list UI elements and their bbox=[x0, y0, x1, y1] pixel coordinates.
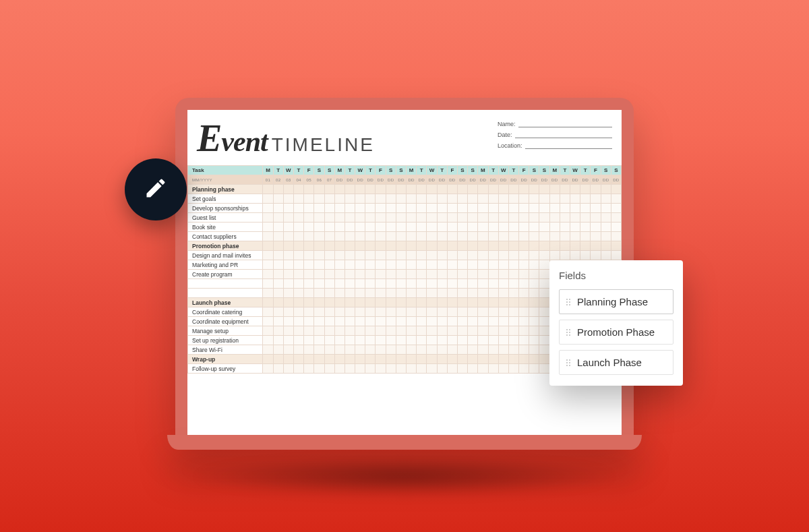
day-cell[interactable] bbox=[273, 213, 283, 223]
day-cell[interactable] bbox=[508, 213, 518, 223]
day-cell[interactable] bbox=[478, 260, 488, 270]
day-cell[interactable] bbox=[498, 279, 508, 289]
day-cell[interactable] bbox=[365, 241, 376, 251]
day-cell[interactable] bbox=[447, 232, 457, 241]
day-cell[interactable] bbox=[478, 204, 488, 213]
day-cell[interactable] bbox=[539, 204, 549, 213]
day-cell[interactable] bbox=[417, 232, 427, 241]
day-cell[interactable] bbox=[273, 223, 283, 232]
day-cell[interactable] bbox=[519, 355, 529, 364]
day-cell[interactable] bbox=[488, 213, 498, 223]
day-cell[interactable] bbox=[314, 336, 324, 345]
day-cell[interactable] bbox=[611, 185, 621, 194]
day-cell[interactable] bbox=[437, 213, 447, 223]
drag-handle-icon[interactable] bbox=[566, 299, 570, 305]
day-cell[interactable] bbox=[355, 307, 365, 317]
day-cell[interactable] bbox=[263, 289, 273, 298]
day-cell[interactable] bbox=[488, 355, 498, 364]
day-cell[interactable] bbox=[293, 298, 303, 307]
day-cell[interactable] bbox=[570, 223, 580, 232]
day-cell[interactable] bbox=[417, 326, 427, 336]
day-cell[interactable] bbox=[263, 326, 273, 336]
day-cell[interactable] bbox=[407, 317, 417, 326]
day-cell[interactable] bbox=[457, 298, 467, 307]
day-cell[interactable] bbox=[437, 223, 447, 232]
day-cell[interactable] bbox=[314, 317, 324, 326]
day-cell[interactable] bbox=[519, 251, 529, 260]
day-cell[interactable] bbox=[376, 355, 386, 364]
day-cell[interactable] bbox=[447, 336, 457, 345]
day-cell[interactable] bbox=[365, 223, 376, 232]
day-cell[interactable] bbox=[539, 336, 549, 345]
day-cell[interactable] bbox=[498, 345, 508, 355]
day-cell[interactable] bbox=[529, 232, 539, 241]
day-cell[interactable] bbox=[447, 185, 457, 194]
day-cell[interactable] bbox=[355, 355, 365, 364]
day-cell[interactable] bbox=[478, 298, 488, 307]
day-cell[interactable] bbox=[324, 298, 334, 307]
day-cell[interactable] bbox=[611, 194, 621, 204]
day-cell[interactable] bbox=[508, 223, 518, 232]
day-cell[interactable] bbox=[457, 279, 467, 289]
day-cell[interactable] bbox=[591, 223, 601, 232]
day-cell[interactable] bbox=[304, 317, 314, 326]
day-cell[interactable] bbox=[263, 194, 273, 204]
day-cell[interactable] bbox=[314, 241, 324, 251]
day-cell[interactable] bbox=[478, 326, 488, 336]
day-cell[interactable] bbox=[417, 336, 427, 345]
day-cell[interactable] bbox=[344, 241, 355, 251]
day-cell[interactable] bbox=[386, 185, 396, 194]
day-cell[interactable] bbox=[396, 279, 406, 289]
day-cell[interactable] bbox=[529, 223, 539, 232]
day-cell[interactable] bbox=[529, 307, 539, 317]
day-cell[interactable] bbox=[468, 223, 478, 232]
day-cell[interactable] bbox=[314, 345, 324, 355]
day-cell[interactable] bbox=[273, 241, 283, 251]
day-cell[interactable] bbox=[601, 204, 611, 213]
day-cell[interactable] bbox=[427, 241, 437, 251]
day-cell[interactable] bbox=[457, 232, 467, 241]
day-cell[interactable] bbox=[273, 317, 283, 326]
day-cell[interactable] bbox=[283, 307, 293, 317]
day-cell[interactable] bbox=[293, 355, 303, 364]
day-cell[interactable] bbox=[344, 326, 355, 336]
day-cell[interactable] bbox=[293, 232, 303, 241]
day-cell[interactable] bbox=[580, 204, 591, 213]
day-cell[interactable] bbox=[427, 298, 437, 307]
day-cell[interactable] bbox=[498, 204, 508, 213]
day-cell[interactable] bbox=[376, 251, 386, 260]
day-cell[interactable] bbox=[344, 232, 355, 241]
day-cell[interactable] bbox=[324, 232, 334, 241]
day-cell[interactable] bbox=[457, 355, 467, 364]
day-cell[interactable] bbox=[508, 298, 518, 307]
day-cell[interactable] bbox=[417, 364, 427, 374]
day-cell[interactable] bbox=[334, 326, 344, 336]
day-cell[interactable] bbox=[283, 213, 293, 223]
day-cell[interactable] bbox=[560, 204, 570, 213]
day-cell[interactable] bbox=[283, 317, 293, 326]
day-cell[interactable] bbox=[396, 298, 406, 307]
day-cell[interactable] bbox=[560, 251, 570, 260]
day-cell[interactable] bbox=[529, 260, 539, 270]
day-cell[interactable] bbox=[396, 317, 406, 326]
day-cell[interactable] bbox=[427, 260, 437, 270]
day-cell[interactable] bbox=[529, 364, 539, 374]
day-cell[interactable] bbox=[334, 364, 344, 374]
day-cell[interactable] bbox=[437, 251, 447, 260]
day-cell[interactable] bbox=[488, 307, 498, 317]
day-cell[interactable] bbox=[334, 241, 344, 251]
day-cell[interactable] bbox=[324, 317, 334, 326]
day-cell[interactable] bbox=[283, 185, 293, 194]
day-cell[interactable] bbox=[437, 345, 447, 355]
day-cell[interactable] bbox=[334, 194, 344, 204]
day-cell[interactable] bbox=[570, 185, 580, 194]
day-cell[interactable] bbox=[273, 345, 283, 355]
day-cell[interactable] bbox=[273, 279, 283, 289]
day-cell[interactable] bbox=[519, 232, 529, 241]
day-cell[interactable] bbox=[407, 213, 417, 223]
day-cell[interactable] bbox=[365, 185, 376, 194]
day-cell[interactable] bbox=[355, 345, 365, 355]
day-cell[interactable] bbox=[417, 307, 427, 317]
day-cell[interactable] bbox=[386, 260, 396, 270]
day-cell[interactable] bbox=[365, 194, 376, 204]
